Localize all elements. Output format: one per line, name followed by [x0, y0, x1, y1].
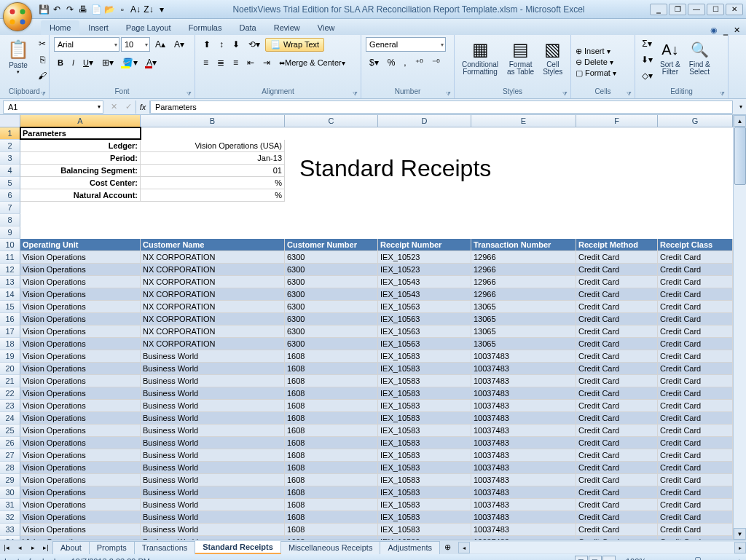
cell[interactable]: Credit Card	[658, 524, 733, 536]
cell[interactable]: Business World	[141, 449, 285, 462]
cell[interactable]: Vision Operations	[20, 536, 141, 540]
row-header-15[interactable]: 15	[0, 301, 20, 313]
row-header-26[interactable]: 26	[0, 437, 20, 449]
cell[interactable]: 6300	[285, 326, 378, 338]
align-top-icon[interactable]: ⬆	[200, 37, 214, 52]
align-middle-icon[interactable]: ↕	[216, 37, 227, 52]
tab-view[interactable]: View	[309, 20, 344, 35]
cell[interactable]: Natural Account:	[20, 189, 141, 202]
cell[interactable]: %	[141, 189, 285, 202]
cell[interactable]: Business World	[141, 412, 285, 425]
row-header-24[interactable]: 24	[0, 412, 20, 425]
cell[interactable]: Vision Operations	[20, 511, 141, 524]
tab-formulas[interactable]: Formulas	[180, 20, 231, 35]
cell[interactable]: Credit Card	[576, 474, 658, 486]
cell[interactable]: NX CORPORATION	[141, 251, 285, 264]
cell[interactable]: Credit Card	[658, 474, 733, 486]
cell[interactable]: 10037483	[471, 375, 576, 387]
sheet-tab-about[interactable]: About	[53, 541, 90, 554]
cell[interactable]: 6300	[285, 338, 378, 350]
cell[interactable]: 1608	[285, 350, 378, 363]
autosum-icon[interactable]: Σ▾	[640, 36, 654, 51]
row-header-2[interactable]: 2	[0, 140, 20, 152]
row-header-16[interactable]: 16	[0, 313, 20, 326]
cell[interactable]: Credit Card	[658, 338, 733, 350]
cell[interactable]: Credit Card	[658, 326, 733, 338]
merge-center-button[interactable]: ⬌ Merge & Center ▾	[275, 55, 349, 70]
cell[interactable]: Vision Operations	[20, 387, 141, 400]
indent-inc-icon[interactable]: ⇥	[259, 55, 274, 70]
cell[interactable]: Vision Operations	[20, 425, 141, 437]
cell[interactable]: Business World	[141, 375, 285, 387]
cell[interactable]: 12966	[471, 251, 576, 264]
save-icon[interactable]: 💾	[38, 4, 50, 15]
cell[interactable]: Business World	[141, 462, 285, 474]
sheet-tab-prompts[interactable]: Prompts	[90, 541, 135, 554]
indent-dec-icon[interactable]: ⇤	[243, 55, 258, 70]
cell[interactable]: Credit Card	[658, 387, 733, 400]
sheet-tab-adjustments[interactable]: Adjustments	[380, 541, 440, 554]
cell[interactable]: 1608	[285, 375, 378, 387]
cell[interactable]: 1608	[285, 474, 378, 486]
col-header-A[interactable]: A	[20, 115, 141, 127]
cell[interactable]: 10037483	[471, 462, 576, 474]
cell[interactable]: IEX_10583	[378, 511, 471, 524]
cell[interactable]: IEX_10523	[378, 251, 471, 264]
cell[interactable]: Vision Operations	[20, 288, 141, 301]
row-header-21[interactable]: 21	[0, 375, 20, 387]
font-name-combo[interactable]: Arial	[54, 37, 119, 52]
cell[interactable]: 10037483	[471, 437, 576, 449]
copy-icon[interactable]: ⎘	[35, 52, 50, 67]
cell[interactable]: Vision Operations	[20, 301, 141, 313]
cell[interactable]: 6300	[285, 276, 378, 288]
bold-button[interactable]: B	[54, 55, 67, 70]
name-box[interactable]: A1	[3, 100, 103, 114]
paste-button[interactable]: 📋 Paste ▾	[4, 36, 32, 76]
wrap-text-button[interactable]: 📃Wrap Text	[265, 38, 324, 52]
new-icon[interactable]: ▫	[117, 4, 128, 15]
cell[interactable]: 12966	[471, 276, 576, 288]
cell[interactable]: IEX_10583	[378, 425, 471, 437]
cell[interactable]: Vision Operations	[20, 326, 141, 338]
close-button[interactable]: ✕	[726, 4, 743, 15]
cell[interactable]: 13065	[471, 326, 576, 338]
cell[interactable]: Credit Card	[658, 288, 733, 301]
cell[interactable]: Vision Operations	[20, 437, 141, 449]
row-header-10[interactable]: 10	[0, 239, 20, 251]
worksheet[interactable]: ABCDEFG 12345678910111213141516171819202…	[0, 115, 746, 540]
cell[interactable]: Credit Card	[576, 301, 658, 313]
cell[interactable]: Vision Operations	[20, 449, 141, 462]
cell[interactable]: Credit Card	[658, 499, 733, 511]
cell[interactable]: IEX_10543	[378, 288, 471, 301]
cell[interactable]: Credit Card	[576, 425, 658, 437]
redo-icon[interactable]: ↷	[64, 4, 76, 15]
cell[interactable]: Business World	[141, 511, 285, 524]
cell[interactable]: NX CORPORATION	[141, 264, 285, 276]
insert-cells-button[interactable]: ⊕Insert ▾	[576, 47, 610, 56]
cell[interactable]: IEX_10583	[378, 449, 471, 462]
cell[interactable]: Cost Center:	[20, 177, 141, 189]
decrease-decimal-icon[interactable]: ⁻⁰	[428, 55, 444, 70]
scroll-left-icon[interactable]: ◂	[458, 542, 470, 553]
preview-icon[interactable]: 📄	[90, 4, 102, 15]
cell[interactable]: Operating Unit▾	[20, 239, 141, 251]
sheet-tab-standard-receipts[interactable]: Standard Receipts	[195, 541, 281, 554]
cell[interactable]: Receipt Number▾	[378, 239, 471, 251]
normal-view-icon[interactable]: ▦	[575, 556, 588, 560]
col-header-C[interactable]: C	[285, 115, 378, 127]
fx-button[interactable]: fx	[136, 100, 150, 114]
cell[interactable]: 10037483	[471, 387, 576, 400]
zoom-out-icon[interactable]: −	[651, 557, 655, 560]
cell[interactable]: IEX_10583	[378, 350, 471, 363]
row-header-12[interactable]: 12	[0, 264, 20, 276]
cell[interactable]: NX CORPORATION	[141, 276, 285, 288]
row-header-23[interactable]: 23	[0, 400, 20, 412]
cell[interactable]: Balancing Segment:	[20, 165, 141, 177]
cell[interactable]: Vision Operations (USA)	[141, 140, 285, 152]
new-sheet-icon[interactable]: ⊕	[440, 543, 455, 552]
cell[interactable]: Vision Operations	[20, 313, 141, 326]
underline-button[interactable]: U▾	[79, 55, 97, 70]
row-header-17[interactable]: 17	[0, 326, 20, 338]
cell[interactable]: 6300	[285, 313, 378, 326]
cell[interactable]: 10037483	[471, 474, 576, 486]
